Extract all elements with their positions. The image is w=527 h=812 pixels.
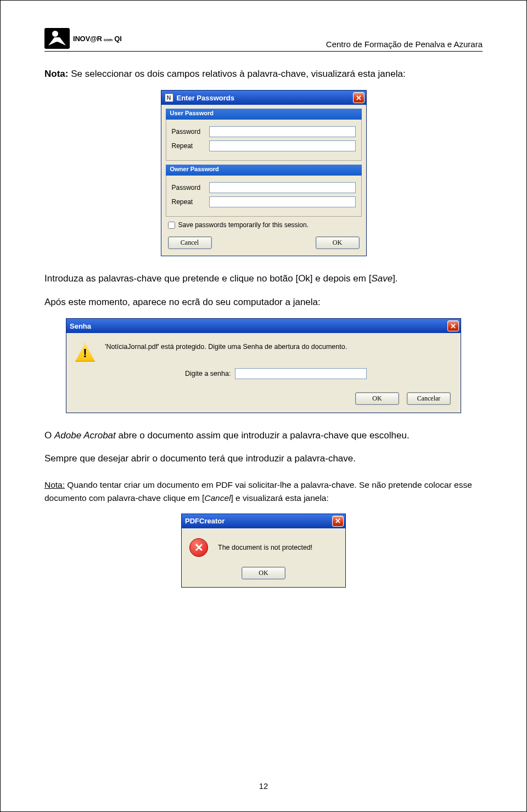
pdfcreator-dialog: PDFCreator ✕ ✕ The document is not prote… bbox=[181, 514, 346, 588]
header-right-text: Centro de Formação de Penalva e Azurara bbox=[326, 40, 483, 49]
brand-small-2: QI bbox=[114, 35, 121, 43]
ok-button-3[interactable]: OK bbox=[242, 567, 285, 579]
para-4: O Adobe Acrobat abre o documento assim q… bbox=[44, 428, 483, 443]
label-password: Password bbox=[172, 128, 209, 136]
senha-message: 'NotíciaJornal.pdf' está protegido. Digi… bbox=[105, 343, 347, 351]
para-nota-2: Nota: Quando tentar criar um documento e… bbox=[44, 478, 483, 505]
pdfcreator-message: The document is not protected! bbox=[218, 544, 312, 551]
close-icon-3[interactable]: ✕ bbox=[332, 516, 344, 527]
senha-label: Digite a senha: bbox=[185, 370, 231, 377]
app-icon: N bbox=[165, 93, 173, 102]
save-passwords-checkbox[interactable] bbox=[168, 222, 175, 229]
owner-repeat-input[interactable] bbox=[209, 196, 356, 207]
owner-password-group: Owner Password Password Repeat bbox=[166, 165, 362, 217]
ok-button-2[interactable]: OK bbox=[355, 392, 399, 405]
user-password-group: User Password Password Repeat bbox=[166, 109, 362, 161]
cancelar-button[interactable]: Cancelar bbox=[407, 392, 451, 405]
brand-logo: INOV@R com QI bbox=[44, 28, 122, 49]
brand-main: INOV@R bbox=[73, 35, 102, 43]
group-title-owner: Owner Password bbox=[166, 165, 362, 176]
user-password-input[interactable] bbox=[209, 126, 356, 137]
para-3: Após este momento, aparece no ecrã do se… bbox=[44, 295, 483, 309]
owner-password-input[interactable] bbox=[209, 182, 356, 193]
cancel-button[interactable]: Cancel bbox=[168, 236, 212, 249]
para-5: Sempre que desejar abrir o documento ter… bbox=[44, 452, 483, 466]
dialog-titlebar-3[interactable]: PDFCreator ✕ bbox=[182, 514, 345, 528]
logo-icon bbox=[44, 28, 70, 49]
page-number: 12 bbox=[1, 781, 526, 791]
para-2: Introduza as palavras-chave que pretende… bbox=[44, 272, 483, 286]
close-icon-2[interactable]: ✕ bbox=[447, 320, 459, 331]
error-icon: ✕ bbox=[189, 538, 208, 557]
label-repeat: Repeat bbox=[172, 142, 209, 150]
dialog-title: Enter Passwords bbox=[177, 94, 235, 102]
senha-dialog: Senha ✕ ! 'NotíciaJornal.pdf' está prote… bbox=[66, 318, 461, 413]
dialog-title-3: PDFCreator bbox=[185, 517, 225, 525]
warning-icon: ! bbox=[75, 343, 95, 362]
brand-small-1: com bbox=[104, 37, 113, 42]
save-passwords-label: Save passwords temporarily for this sess… bbox=[178, 221, 309, 229]
enter-passwords-dialog: N Enter Passwords ✕ User Password Passwo… bbox=[161, 90, 367, 256]
ok-button[interactable]: OK bbox=[316, 236, 360, 249]
page-header: INOV@R com QI Centro de Formação de Pena… bbox=[44, 28, 483, 52]
group-title-user: User Password bbox=[166, 109, 362, 120]
dialog-titlebar[interactable]: N Enter Passwords ✕ bbox=[161, 91, 366, 105]
para-nota-1: Nota: Se seleccionar os dois campos rela… bbox=[44, 67, 483, 81]
dialog-titlebar-2[interactable]: Senha ✕ bbox=[66, 319, 461, 333]
close-icon[interactable]: ✕ bbox=[353, 92, 365, 103]
senha-input[interactable] bbox=[235, 368, 367, 379]
dialog-title-2: Senha bbox=[70, 322, 91, 330]
label-repeat-2: Repeat bbox=[172, 198, 209, 206]
label-password-2: Password bbox=[172, 184, 209, 191]
user-repeat-input[interactable] bbox=[209, 140, 356, 151]
